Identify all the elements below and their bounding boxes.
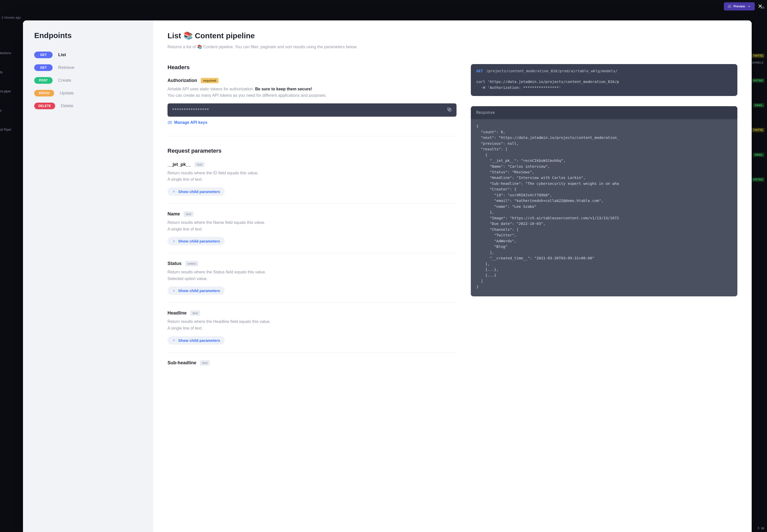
endpoints-sidebar: Endpoints GETListGETRetrievePOSTCreatePA…	[23, 20, 153, 532]
response-body[interactable]: { "count": 6, "next": "https://data.jeta…	[471, 119, 737, 296]
param-desc: Return results where the Name field equa…	[167, 219, 457, 226]
svg-point-0	[728, 5, 731, 8]
channel-pill: INSTAG	[751, 78, 764, 83]
page-title: List 📚 Content pipeline	[167, 31, 737, 41]
show-child-parameters[interactable]: Show child parameters	[167, 336, 225, 345]
param-name: NametextReturn results where the Name fi…	[167, 203, 457, 253]
svg-rect-2	[761, 527, 764, 529]
preview-button[interactable]: Preview	[724, 2, 755, 10]
curl-body[interactable]: curl 'https://data.jetadmin.io/projects/…	[471, 78, 737, 96]
endpoint-create[interactable]: POSTCreate	[34, 74, 142, 87]
param-desc: Return results where the Status field eq…	[167, 269, 457, 275]
endpoint-retrieve[interactable]: GETRetrieve	[34, 61, 142, 74]
backdrop-timestamp: 2 minutes ago	[2, 16, 21, 19]
chevron-right-icon	[172, 338, 176, 342]
chevron-right-icon	[172, 190, 176, 193]
backdrop-left-item: lections	[0, 51, 11, 55]
params-section-title: Request parameters	[167, 148, 457, 154]
copy-icon[interactable]	[447, 107, 452, 113]
param-headline: HeadlinetextReturn results where the Hea…	[167, 303, 457, 352]
param-type-chip: text	[190, 310, 200, 316]
auth-desc-2: You can create as many API tokens as you…	[167, 92, 457, 99]
request-path: /projects/content_moderation_816/prod/ai…	[486, 68, 618, 74]
endpoint-delete[interactable]: DELETEDelete	[34, 100, 142, 112]
param-desc: Return results where the ID field equals…	[167, 170, 457, 176]
manage-keys-icon	[167, 120, 172, 125]
param-type-chip: text	[184, 211, 194, 217]
token-mask-value: ****************	[172, 108, 209, 112]
param-desc-2: A single line of text.	[167, 226, 457, 233]
param-name: Headline	[167, 310, 187, 316]
endpoint-update[interactable]: PATCHUpdate	[34, 87, 142, 100]
headers-section-title: Headers	[167, 64, 457, 71]
show-child-parameters[interactable]: Show child parameters	[167, 286, 225, 295]
sidebar-title: Endpoints	[34, 31, 142, 40]
api-doc-modal: Endpoints GETListGETRetrievePOSTCreatePA…	[23, 20, 752, 532]
records-icon	[761, 526, 764, 530]
response-card: Response { "count": 6, "next": "https://…	[471, 106, 737, 296]
param-desc: Return results where the Headline field …	[167, 318, 457, 325]
request-method: GET	[476, 68, 483, 74]
backdrop-footer: 6	[758, 526, 764, 530]
preview-label: Preview	[734, 5, 745, 8]
request-card: GET /projects/content_moderation_816/pro…	[471, 64, 737, 96]
doc-main: List 📚 Content pipeline Returns a list o…	[153, 20, 752, 532]
param-desc-2: A single line of text.	[167, 325, 457, 332]
endpoint-list[interactable]: GETList	[34, 49, 142, 61]
channel-pill: EMAIL	[753, 103, 764, 107]
chevron-right-icon	[172, 289, 176, 293]
endpoint-label: Retrieve	[58, 65, 74, 70]
param-name: __jet_pk__	[167, 162, 191, 167]
param-type-chip: text	[195, 162, 205, 167]
show-child-parameters[interactable]: Show child parameters	[167, 237, 225, 245]
endpoint-label: Update	[60, 91, 74, 96]
backdrop-left-item: nt pipel	[0, 89, 11, 93]
backdrop-left-item: of Pipel	[0, 128, 11, 131]
param-type-chip: text	[200, 360, 210, 366]
channel-pill: EMAIL	[753, 153, 764, 157]
auth-desc-1: Airtable API uses static tokens for auth…	[167, 86, 457, 92]
param-name: Sub-headline	[167, 360, 196, 366]
endpoint-label: Create	[58, 78, 71, 83]
channel-pill: TWITTE	[751, 54, 764, 58]
method-badge: GET	[34, 64, 53, 71]
endpoint-label: List	[58, 52, 66, 57]
backdrop-left-item: ts	[0, 70, 11, 74]
share-fragment: Sh	[760, 6, 764, 9]
param-status: StatusselectReturn results where the Sta…	[167, 253, 457, 303]
required-chip: required	[201, 78, 219, 83]
param-desc-2: A single line of text.	[167, 176, 457, 183]
backdrop-left-item: s	[0, 108, 11, 112]
param-name: Name	[167, 211, 180, 217]
preview-icon	[727, 4, 732, 8]
param-sub-headline: Sub-headlinetext	[167, 352, 457, 376]
page-subtitle: Returns a list of 📚 Content pipeline. Yo…	[167, 44, 737, 50]
param-type-chip: select	[185, 261, 198, 266]
method-badge: DELETE	[34, 103, 55, 109]
chevron-down-icon	[747, 4, 751, 8]
channel-pill: TWITTE	[751, 128, 764, 132]
param-desc-2: Selected option value.	[167, 275, 457, 282]
manage-api-keys-link[interactable]: Manage API keys	[174, 120, 207, 125]
method-badge: POST	[34, 77, 53, 84]
token-box: ****************	[167, 103, 457, 117]
method-badge: GET	[34, 52, 53, 58]
method-badge: PATCH	[34, 90, 54, 96]
chevron-right-icon	[172, 239, 176, 243]
response-title: Response	[471, 106, 737, 119]
param-__jet_pk__: __jet_pk__textReturn results where the I…	[167, 162, 457, 203]
param-name: Status	[167, 261, 182, 266]
close-icon[interactable]: ✕	[758, 3, 762, 10]
show-child-parameters[interactable]: Show child parameters	[167, 187, 225, 196]
channel-pill: INSTAG	[751, 177, 764, 182]
endpoint-label: Delete	[61, 103, 73, 108]
authorization-label: Authorization	[167, 78, 197, 83]
svg-marker-1	[729, 6, 730, 7]
